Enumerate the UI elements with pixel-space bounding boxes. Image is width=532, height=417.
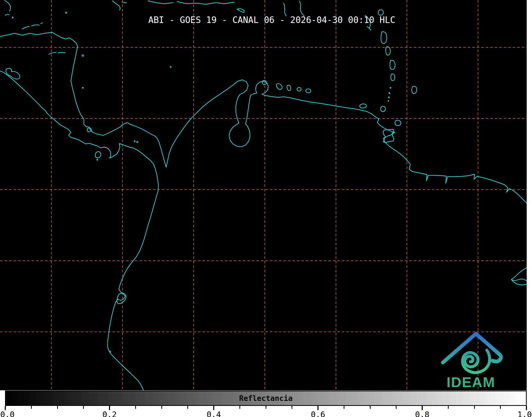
page-title: ABI - GOES 19 - CANAL 06 - 2026-04-30 00… <box>0 15 527 25</box>
colorbar-minor-tick <box>500 406 501 409</box>
colorbar-major-tick <box>526 406 527 410</box>
colorbar-major-tick <box>317 406 319 410</box>
satellite-product-figure: ABI - GOES 19 - CANAL 06 - 2026-04-30 00… <box>0 0 532 417</box>
spiral-icon <box>462 350 490 373</box>
colorbar-minor-tick <box>292 406 292 409</box>
colorbar-minor-tick <box>161 406 162 409</box>
colorbar-minor-tick <box>83 406 84 409</box>
colorbar-minor-tick <box>370 406 371 409</box>
colorbar-label: Reflectancia <box>6 391 526 405</box>
colorbar-minor-tick <box>239 406 240 409</box>
colorbar-minor-tick <box>57 406 58 409</box>
colorbar-major-tick <box>213 406 214 410</box>
colorbar-tick-label: 1.0 <box>517 410 532 417</box>
colorbar-tick-label: 0.0 <box>0 410 15 417</box>
colorbar-minor-tick <box>187 406 188 409</box>
colorbar-tick-label: 0.4 <box>207 410 221 417</box>
colorbar-tick-label: 0.2 <box>102 410 117 417</box>
ideam-logo: IDEAM <box>437 329 503 390</box>
colorbar-major-tick <box>422 406 423 410</box>
colorbar-minor-tick <box>31 406 32 409</box>
colorbar-major-tick <box>109 406 110 410</box>
colorbar-minor-tick <box>266 406 266 409</box>
colorbar-minor-tick <box>396 406 397 409</box>
colorbar-minor-tick <box>448 406 449 409</box>
ideam-logo-icon: IDEAM <box>437 329 503 390</box>
colorbar-tick-label: 0.6 <box>311 410 325 417</box>
ideam-logo-text: IDEAM <box>447 374 495 390</box>
colorbar-minor-tick <box>135 406 136 409</box>
colorbar-tick-label: 0.8 <box>415 410 429 417</box>
colorbar-minor-tick <box>344 406 344 409</box>
colorbar-minor-tick <box>474 406 475 409</box>
colorbar: Reflectancia <box>5 391 527 406</box>
colorbar-major-tick <box>5 406 6 410</box>
